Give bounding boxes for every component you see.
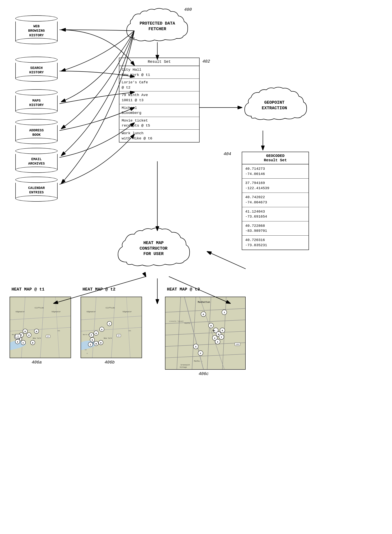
svg-rect-44 — [81, 297, 142, 358]
svg-text:195: 195 — [236, 343, 239, 345]
result-item-4: MichaelBloomberg — [119, 104, 199, 117]
result-item-5: Movie ticketreceipts @ t5 — [119, 117, 199, 130]
svg-text:G: G — [25, 331, 26, 333]
svg-text:A: A — [195, 346, 196, 348]
svg-text:Manha...: Manha... — [194, 360, 203, 362]
ref-406a: 406a — [32, 360, 42, 365]
svg-text:Cliffside: Cliffside — [35, 307, 44, 309]
heatmap-t3-thumbnail: Manhattan Lincoln Tunnel Manha... Greenw… — [165, 297, 246, 370]
svg-text:Lincoln Tunnel: Lincoln Tunnel — [169, 321, 184, 322]
geocoded-title: GEOCODEDResult Set — [242, 152, 308, 164]
svg-text:Manhattan: Manhattan — [198, 301, 210, 304]
heatmap-t3-label: HEAT MAP @ t3 — [167, 287, 200, 292]
svg-text:B: B — [218, 333, 219, 336]
svg-text:Cliffside: Cliffside — [106, 307, 115, 309]
svg-text:27: 27 — [47, 336, 49, 338]
geo-item-5: 40.722868-83.989701 — [242, 221, 308, 236]
svg-text:J: J — [224, 312, 225, 314]
svg-text:D: D — [32, 342, 33, 344]
svg-text:G: G — [222, 330, 223, 332]
result-item-6: Work lunchwith Mike @ t6 — [119, 130, 199, 142]
svg-text:F: F — [91, 334, 92, 336]
svg-text:27: 27 — [118, 335, 120, 337]
svg-text:Edgewater: Edgewater — [16, 311, 25, 313]
cloud-geopoint-extraction: GEOPOINT EXTRACTION — [240, 86, 309, 125]
svg-text:New York: New York — [33, 337, 41, 339]
db-email-archives: EMAIL ARCHIVES — [15, 148, 58, 173]
db-web-browsing-history: WEB BROWSING HISTORY — [15, 15, 58, 44]
db-address-book: ADDRESS BOOK — [15, 119, 58, 144]
svg-text:I: I — [90, 344, 91, 346]
geo-item-6: 40.720316-73.835231 — [242, 236, 308, 250]
svg-text:Village: Village — [180, 366, 187, 368]
svg-text:New York: New York — [104, 337, 112, 339]
heatmap-t1-thumbnail: Edgewater Cliffside Edgewater North Berg… — [9, 297, 71, 358]
svg-text:495: 495 — [57, 330, 60, 332]
svg-text:9: 9 — [87, 353, 88, 354]
svg-text:D: D — [100, 342, 102, 344]
heatmap-constructor-label: HEAT MAP CONSTRUCTOR FOR USER — [140, 240, 167, 257]
db-calendar-entries: CALENDAR ENTRIES — [15, 177, 58, 202]
ref-404: 404 — [224, 152, 231, 156]
db-maps-history: MAPS HISTORY — [15, 89, 58, 114]
svg-text:A: A — [28, 334, 30, 336]
diagram-container: 400 PROTECTED DATA FETCHER WEB BROWSING … — [0, 0, 392, 534]
ref-406b: 406b — [105, 360, 115, 365]
svg-text:I: I — [17, 341, 18, 343]
result-item-2: Lorie's Cafe@ t2 — [119, 79, 199, 91]
protected-data-fetcher-label: PROTECTED DATA FETCHER — [140, 21, 175, 32]
geo-item-4: 41.124043-73.691654 — [242, 207, 308, 221]
svg-text:495: 495 — [128, 330, 131, 332]
result-set-title: Result Set — [119, 58, 199, 66]
geo-item-2: 37.794169-122.414539 — [242, 179, 308, 193]
svg-text:E: E — [92, 339, 93, 341]
svg-text:Edgewater: Edgewater — [123, 311, 132, 313]
result-set-box: Result Set City HallNew York @ t1 Lorie'… — [119, 58, 200, 142]
svg-text:C: C — [23, 342, 24, 344]
svg-line-6 — [207, 251, 246, 269]
svg-text:A: A — [101, 329, 103, 331]
svg-text:59: 59 — [85, 349, 87, 351]
svg-text:H: H — [36, 331, 37, 333]
svg-text:D: D — [203, 313, 204, 316]
heatmap-t1-label: HEAT MAP @ t1 — [12, 287, 45, 292]
geocoded-result-set-box: GEOCODEDResult Set 40.714273-74.00146 37… — [242, 152, 309, 250]
svg-text:T: T — [221, 336, 222, 339]
ref-406c: 406c — [199, 372, 209, 376]
ref-402: 402 — [202, 59, 210, 64]
cloud-protected-data-fetcher: PROTECTED DATA FETCHER — [119, 7, 196, 46]
db-search-history: SEARCH HISTORY — [15, 57, 58, 82]
geo-item-3: 40.742022-74.004673 — [242, 193, 308, 207]
geopoint-extraction-label: GEOPOINT EXTRACTION — [262, 100, 287, 111]
svg-text:t1: t1 — [17, 335, 19, 337]
svg-text:J: J — [109, 323, 110, 325]
cloud-heatmap-constructor: HEAT MAP CONSTRUCTOR FOR USER — [111, 227, 196, 271]
svg-text:B: B — [96, 343, 97, 345]
result-item-3: 79 Ninth Ave10011 @ t3 — [119, 91, 199, 104]
svg-text:Greenwich: Greenwich — [181, 364, 190, 366]
svg-text:H: H — [210, 325, 212, 327]
result-item-1: City HallNew York @ t1 — [119, 66, 199, 79]
heatmap-t2-label: HEAT MAP @ t2 — [83, 287, 116, 292]
svg-rect-10 — [10, 297, 71, 358]
svg-text:Manha...: Manha... — [184, 322, 193, 324]
svg-text:Edgewater: Edgewater — [87, 311, 96, 313]
svg-text:C: C — [214, 337, 215, 340]
svg-text:F: F — [200, 352, 201, 355]
svg-text:F: F — [21, 334, 22, 336]
svg-text:Ne...: Ne... — [213, 330, 219, 332]
heatmap-t2-thumbnail: Edgewater Cliffside Edgewater North Berg… — [81, 297, 142, 358]
geo-item-1: 40.714273-74.00146 — [242, 164, 308, 179]
svg-text:I: I — [217, 341, 218, 343]
svg-text:Edgewater: Edgewater — [52, 311, 61, 313]
svg-text:G: G — [96, 332, 97, 335]
